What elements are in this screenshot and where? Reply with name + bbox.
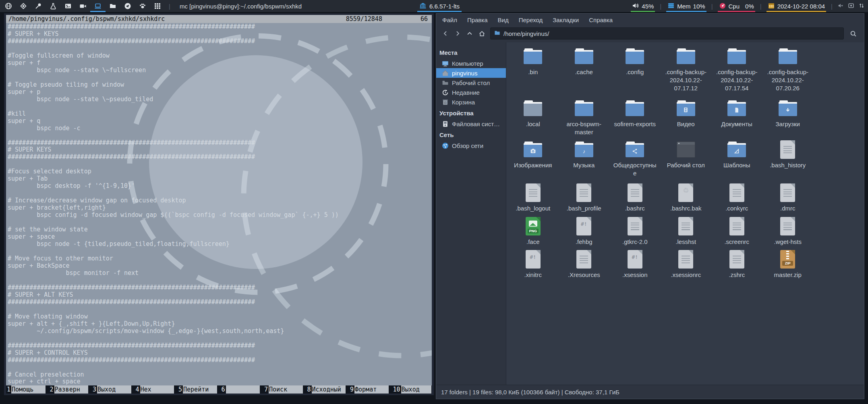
file-item-arco-bspwm-master[interactable]: arco-bspwm-master <box>559 98 610 140</box>
image-icon[interactable] <box>64 2 72 10</box>
appgrid-icon[interactable] <box>154 2 161 10</box>
text-icon <box>526 183 541 203</box>
mc-text-line: bspc node --state \~fullscreen <box>8 67 432 74</box>
file-grid-row: #!.xinitrc.Xresources#!.xsession.xsessio… <box>508 249 864 289</box>
file-item-.zshrc[interactable]: .zshrc <box>711 249 762 289</box>
menu-Справка[interactable]: Справка <box>589 17 613 23</box>
package-icon[interactable] <box>20 2 27 10</box>
fkey-1-button[interactable]: 1Помощь <box>6 385 46 394</box>
file-item-Загрузки[interactable]: Загрузки <box>762 98 814 140</box>
mc-text-line: ########################################… <box>8 298 432 306</box>
fkey-10-button[interactable]: 10Выход <box>392 385 432 394</box>
globe-icon[interactable] <box>5 2 12 10</box>
path-bar[interactable]: /home/pingvinus/ <box>490 27 844 40</box>
updown-arrows-icon[interactable] <box>858 2 865 10</box>
file-item-.Xresources[interactable]: .Xresources <box>559 249 610 289</box>
fkey-2-button[interactable]: 2Разверн <box>49 385 89 394</box>
file-item-.wget-hsts[interactable]: .wget-hsts <box>762 216 814 249</box>
file-item-.xinitrc[interactable]: #!.xinitrc <box>508 249 559 289</box>
menu-Файл[interactable]: Файл <box>442 17 457 23</box>
fkey-4-button[interactable]: 4Hex <box>135 385 174 394</box>
file-item-.bashrc.bak[interactable]: ♲.bashrc.bak <box>661 183 712 216</box>
home-button[interactable] <box>476 27 488 40</box>
file-item-Музыка[interactable]: ♪Музыка <box>559 140 610 183</box>
file-item-.bin[interactable]: .bin <box>508 46 559 98</box>
back-button[interactable] <box>439 27 452 40</box>
fkey-8-button[interactable]: 8Исходный <box>307 385 346 394</box>
flask-icon[interactable] <box>50 2 57 10</box>
up-button[interactable] <box>464 27 476 40</box>
sidebar-item-Недавние[interactable]: Недавние <box>436 87 506 97</box>
fkey-9-button[interactable]: 9Формат <box>349 385 389 394</box>
laptop-icon[interactable] <box>94 2 102 10</box>
fkey-5-button[interactable]: 5Перейти <box>178 385 217 394</box>
folder-icon[interactable] <box>109 2 116 10</box>
volume-widget[interactable]: 45% <box>631 0 655 12</box>
sidebar-item-Файловая сист…[interactable]: Файловая сист… <box>436 119 506 129</box>
file-item-.cache[interactable]: .cache <box>559 46 610 98</box>
menu-Вид[interactable]: Вид <box>498 17 509 23</box>
sidebar-item-pingvinus[interactable]: pingvinus <box>436 68 506 78</box>
fm-toolbar: /home/pingvinus/ <box>436 25 864 42</box>
file-item-.bash_profile[interactable]: .bash_profile <box>559 183 610 216</box>
file-item-.config-backup-2024.10.22-07.17.54[interactable]: .config-backup-2024.10.22-07.17.54 <box>711 46 762 98</box>
mc-text-line: # SUPER KEYS <box>8 146 432 153</box>
file-item-master.zip[interactable]: ZIPmaster.zip <box>762 249 814 289</box>
file-item-.config-backup-2024.10.22-07.20.26[interactable]: .config-backup-2024.10.22-07.20.26 <box>762 46 814 98</box>
sidebar-item-Рабочий стол[interactable]: Рабочий стол <box>436 78 506 87</box>
search-button[interactable] <box>846 27 860 40</box>
screenshot-icon[interactable] <box>848 2 854 10</box>
file-item-.config-backup-2024.10.22-07.17.12[interactable]: .config-backup-2024.10.22-07.17.12 <box>661 46 712 98</box>
file-item-.lesshst[interactable]: .lesshst <box>661 216 712 249</box>
file-item-.config[interactable]: .config <box>609 46 661 98</box>
fkey-6-button[interactable]: 6 <box>221 385 260 394</box>
file-item-Общедоступные[interactable]: Общедоступные <box>609 140 661 183</box>
paw-icon[interactable] <box>139 2 146 10</box>
mc-text-line: super + p <box>8 88 432 96</box>
videocam-icon[interactable] <box>79 2 87 10</box>
file-item-.local[interactable]: .local <box>508 98 559 140</box>
clock-widget[interactable]: 2024-10-22 08:04 <box>766 0 826 12</box>
file-item-.screenrc[interactable]: .screenrc <box>711 216 762 249</box>
file-item-label: Общедоступные <box>612 161 657 177</box>
sidebar-item-Корзина[interactable]: ♲Корзина <box>436 97 506 107</box>
file-item-Шаблоны[interactable]: Шаблоны <box>711 140 762 183</box>
memory-widget[interactable]: Mem 10% <box>666 0 706 12</box>
sidebar-item-label: Компьютер <box>452 60 483 67</box>
mc-edit-area[interactable]: ########################################… <box>6 23 432 385</box>
sidebar-item-Обзор сети[interactable]: Обзор сети <box>436 141 506 150</box>
cpu-widget[interactable]: Cpu 0% <box>718 0 755 12</box>
telegram-icon[interactable] <box>124 2 131 10</box>
file-item-.face[interactable]: PNG.face <box>508 216 559 249</box>
sidebar-item-Компьютер[interactable]: Компьютер <box>436 58 506 68</box>
datetime-label: 2024-10-22 08:04 <box>777 3 825 10</box>
file-item-sofirem-exports[interactable]: sofirem-exports <box>609 98 661 140</box>
kernel-version-widget[interactable]: 6.6.57-1-lts <box>417 0 462 12</box>
active-window-title: mc [pingvinus@pingv]:~/.config/bspwm/sxh… <box>180 3 302 10</box>
file-item-Рабочий стол[interactable]: Рабочий стол <box>661 140 712 183</box>
file-item-Документы[interactable]: Документы <box>711 98 762 140</box>
fkey-3-button[interactable]: 3Выход <box>92 385 131 394</box>
sidebar-item-label: Недавние <box>452 89 480 96</box>
forward-button[interactable] <box>452 27 464 40</box>
file-item-.xsessionrc[interactable]: .xsessionrc <box>661 249 712 289</box>
menu-Закладки[interactable]: Закладки <box>553 17 579 23</box>
file-item-Изображения[interactable]: Изображения <box>508 140 559 183</box>
folder-music-icon: ♪ <box>574 140 594 160</box>
file-item-Видео[interactable]: Видео <box>661 98 712 140</box>
file-item-.conkyrc[interactable]: .conkyrc <box>711 183 762 216</box>
fkey-7-button[interactable]: 7Поиск <box>263 385 303 394</box>
file-item-.bash_logout[interactable]: .bash_logout <box>508 183 559 216</box>
file-item-.dmrc[interactable]: .dmrc <box>762 183 814 216</box>
file-item-.bashrc[interactable]: .bashrc <box>609 183 661 216</box>
muted-speaker-icon[interactable] <box>837 2 844 10</box>
dropper-icon[interactable] <box>35 2 42 10</box>
file-item-label: Видео <box>677 120 695 128</box>
menu-Переход[interactable]: Переход <box>519 17 543 23</box>
mc-text-line <box>8 190 432 197</box>
file-item-.xsession[interactable]: #!.xsession <box>609 249 661 289</box>
menu-Правка[interactable]: Правка <box>467 17 488 23</box>
file-item-.bash_history[interactable]: .bash_history <box>762 140 814 183</box>
file-item-.gtkrc-2.0[interactable]: .gtkrc-2.0 <box>609 216 661 249</box>
file-item-.fehbg[interactable]: #!.fehbg <box>559 216 610 249</box>
